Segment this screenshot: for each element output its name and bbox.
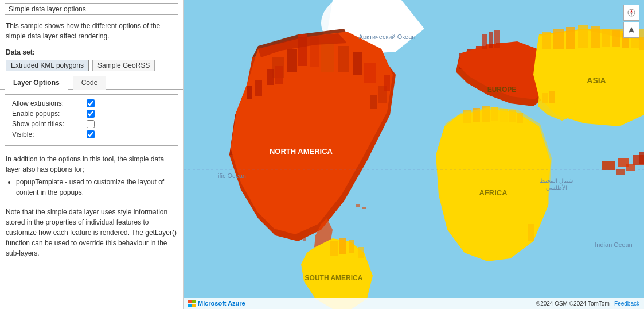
svg-rect-29 <box>349 240 354 253</box>
svg-rect-44 <box>494 30 500 48</box>
tab-layer-options[interactable]: Layer Options <box>5 76 68 90</box>
svg-rect-18 <box>255 80 262 96</box>
option-visible-label: Visible: <box>12 130 87 138</box>
dataset-btn-kml[interactable]: Extruded KML polygons <box>6 60 89 71</box>
svg-rect-58 <box>566 27 575 49</box>
svg-rect-10 <box>338 46 349 72</box>
svg-rect-15 <box>267 69 274 85</box>
svg-rect-16 <box>275 66 283 84</box>
map-label-north-america: NORTH AMERICA <box>270 147 333 156</box>
map-controls <box>623 5 639 38</box>
map-label-arctic: Арктический Океан <box>359 33 416 40</box>
svg-rect-27 <box>330 241 338 256</box>
info-list: popupTemplate - used to customize the la… <box>16 177 177 198</box>
svg-rect-42 <box>482 34 487 49</box>
compass-button[interactable] <box>623 5 639 21</box>
svg-rect-9 <box>321 43 334 72</box>
info-list-item-1: popupTemplate - used to customize the la… <box>16 177 177 198</box>
svg-rect-43 <box>489 32 493 48</box>
ms-sq-blue <box>188 304 192 307</box>
dataset-btn-georss[interactable]: Sample GeoRSS <box>92 60 155 71</box>
info-text-1: In addition to the options in this tool,… <box>0 150 183 203</box>
svg-rect-8 <box>287 49 297 72</box>
svg-text:الأطلسي: الأطلسي <box>546 184 567 191</box>
map-label-africa: AFRICA <box>479 188 508 197</box>
svg-rect-69 <box>602 161 615 170</box>
svg-rect-60 <box>591 26 600 48</box>
map-area[interactable]: Арктический Океан NORTH AMERICA SOUTH AM… <box>184 0 644 309</box>
feedback-link[interactable]: Feedback <box>614 300 639 307</box>
svg-marker-81 <box>631 13 633 16</box>
ms-logo <box>188 300 196 307</box>
map-label-south-america: SOUTH AMERICA <box>305 274 363 282</box>
svg-rect-62 <box>612 30 620 47</box>
option-enable-popups-label: Enable popups: <box>12 110 87 118</box>
azure-logo: Microsoft Azure <box>188 300 245 307</box>
section-header: Simple data layer options <box>5 3 178 15</box>
svg-rect-57 <box>553 29 564 49</box>
svg-marker-82 <box>629 27 634 33</box>
description-content: This sample shows how the different opti… <box>6 22 160 40</box>
option-allow-extrusions: Allow extrusions: <box>12 99 171 107</box>
svg-rect-12 <box>364 63 376 83</box>
ms-sq-green <box>192 300 196 303</box>
map-svg: Арктический Океан NORTH AMERICA SOUTH AM… <box>184 0 644 309</box>
svg-rect-65 <box>639 37 644 50</box>
option-enable-popups: Enable popups: <box>12 110 171 118</box>
svg-rect-28 <box>339 238 346 254</box>
map-footer: Microsoft Azure ©2024 OSM ©2024 TomTom F… <box>184 298 644 309</box>
option-visible-checkbox[interactable] <box>87 130 95 138</box>
svg-marker-80 <box>631 9 633 13</box>
info-text-2: Note that the simple data layer uses sty… <box>0 203 183 262</box>
svg-rect-30 <box>358 247 364 258</box>
azure-brand-text: Microsoft Azure <box>198 300 245 307</box>
description-text: This sample shows how the different opti… <box>0 18 183 46</box>
svg-rect-17 <box>247 86 252 99</box>
dataset-label: Data set: <box>0 46 183 59</box>
tabs: Layer Options Code <box>0 76 183 90</box>
map-label-north-atlantic-ar: شمال المحيط <box>540 177 573 184</box>
svg-rect-59 <box>578 25 588 48</box>
option-visible: Visible: <box>12 130 171 138</box>
ms-sq-yellow <box>192 304 196 307</box>
map-copyright: ©2024 OSM ©2024 TomTom Feedback <box>536 300 639 307</box>
svg-rect-61 <box>602 29 610 47</box>
svg-rect-75 <box>528 224 534 241</box>
ms-sq-red <box>188 300 192 303</box>
copyright-text: ©2024 OSM ©2024 TomTom <box>536 300 610 307</box>
option-enable-popups-checkbox[interactable] <box>87 110 95 118</box>
info1-content: In addition to the options in this tool,… <box>6 155 164 173</box>
info-list-item-1-text: popupTemplate - used to customize the la… <box>16 178 164 196</box>
info2-content: Note that the simple data layer uses sty… <box>6 208 177 257</box>
tilt-button[interactable] <box>623 22 639 38</box>
svg-rect-56 <box>542 32 551 49</box>
map-label-atlantic-abbr: ific Ocean <box>218 172 246 179</box>
left-panel: Simple data layer options This sample sh… <box>0 0 184 309</box>
dataset-buttons: Extruded KML polygons Sample GeoRSS <box>0 59 183 76</box>
svg-rect-24 <box>356 204 360 207</box>
tab-code[interactable]: Code <box>73 76 107 90</box>
svg-rect-25 <box>362 207 366 209</box>
svg-rect-68 <box>549 91 555 103</box>
dataset-label-text: Data set: <box>6 48 35 56</box>
map-label-europe: EUROPE <box>487 86 517 94</box>
option-allow-extrusions-label: Allow extrusions: <box>12 99 87 107</box>
map-label-indian-ocean: Indian Ocean <box>595 241 632 248</box>
svg-rect-76 <box>303 238 306 241</box>
option-show-point-titles-checkbox[interactable] <box>87 120 95 128</box>
svg-rect-73 <box>616 169 625 175</box>
option-allow-extrusions-checkbox[interactable] <box>87 99 95 107</box>
map-label-asia: ASIA <box>587 76 606 85</box>
svg-rect-20 <box>370 95 377 109</box>
section-header-text: Simple data layer options <box>9 5 86 13</box>
svg-rect-72 <box>639 152 644 164</box>
option-show-point-titles: Show point titles: <box>12 120 171 128</box>
svg-rect-67 <box>542 93 548 103</box>
svg-rect-21 <box>384 75 390 91</box>
options-panel: Allow extrusions: Enable popups: Show po… <box>5 94 178 146</box>
option-show-point-titles-label: Show point titles: <box>12 120 87 128</box>
svg-rect-11 <box>353 52 362 75</box>
